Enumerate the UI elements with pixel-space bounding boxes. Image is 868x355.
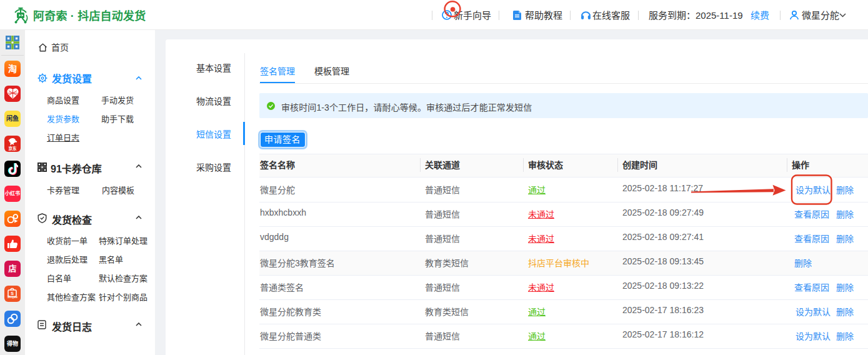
svg-text:S: S (11, 291, 14, 296)
